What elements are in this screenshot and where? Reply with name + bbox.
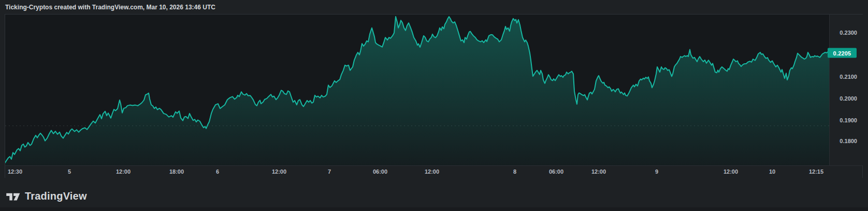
price-area-chart [5,15,829,165]
tradingview-logo-text: TradingView [25,191,87,201]
time-axis-label: 9 [655,168,658,175]
time-axis-label: 12:00 [116,168,131,175]
time-axis-label: 06:00 [549,168,563,175]
price-axis-label: 0.2000 [840,95,857,102]
price-axis-label: 0.1800 [840,138,857,144]
time-axis-label: 5 [68,168,71,175]
time-axis-label: 18:00 [169,168,184,175]
bottom-strip [0,207,868,211]
time-axis[interactable]: 12:30512:0018:00612:00706:0012:00806:001… [5,165,862,178]
price-axis-label: 0.2100 [840,74,857,80]
time-axis-label: 12:00 [272,168,286,175]
price-axis[interactable]: 0.23000.21000.20000.19000.1800 [829,15,863,165]
footer: TradingView [0,178,868,211]
tradingview-logo-link[interactable]: TradingView [6,190,87,202]
chart-frame: 0.23000.21000.20000.19000.1800 12:30512:… [5,14,863,178]
time-axis-label: 8 [513,168,516,175]
time-axis-label: 12:00 [591,168,606,175]
price-axis-label: 0.1900 [840,117,857,123]
last-price-badge: 0.2205 [828,48,857,58]
time-axis-label: 12:00 [425,168,439,175]
time-axis-label: 12:00 [724,168,738,175]
time-axis-label: 10 [769,168,775,175]
price-axis-label: 0.2300 [840,30,857,36]
time-axis-label: 6 [216,168,219,175]
chart-plot-area[interactable] [5,15,829,165]
time-axis-label: 06:00 [373,168,387,175]
tradingview-logo-icon [6,191,20,201]
time-axis-label: 7 [328,168,331,175]
time-axis-label: 12:15 [809,168,823,175]
page-title: Ticking-Cryptos created with TradingView… [5,3,215,13]
time-axis-label: 12:30 [8,168,22,175]
tradingview-widget: Ticking-Cryptos created with TradingView… [0,0,868,211]
area-fill [5,17,829,165]
